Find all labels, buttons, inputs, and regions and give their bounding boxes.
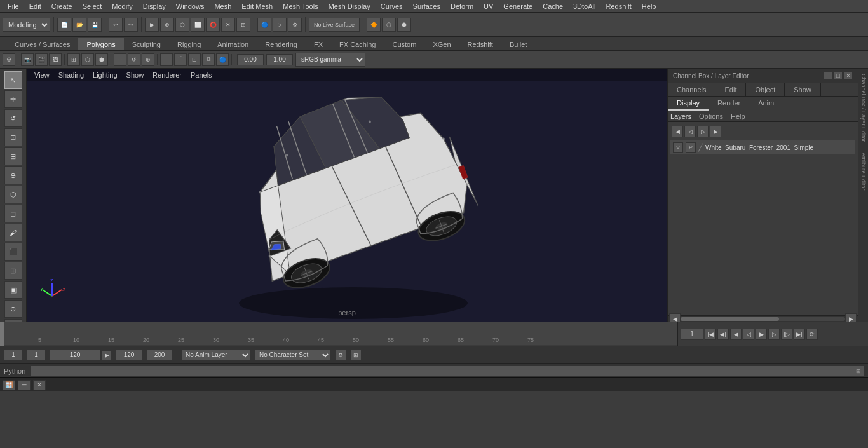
tab-rigging[interactable]: Rigging xyxy=(169,38,209,50)
timeline-ruler[interactable]: 1 5 10 15 20 25 30 35 40 45 50 55 60 65 … xyxy=(0,322,677,346)
snap-tool[interactable]: ⊕ xyxy=(4,300,22,318)
tab-object[interactable]: Object xyxy=(746,83,785,96)
go-to-start-btn[interactable]: |◀ xyxy=(705,329,716,340)
cage-btn[interactable]: ⬡ xyxy=(382,18,396,32)
menu-edit-mesh[interactable]: Edit Mesh xyxy=(236,1,278,11)
menu-deform[interactable]: Deform xyxy=(445,1,478,11)
snap-btn[interactable]: ⊞ xyxy=(236,18,250,32)
tab-animation[interactable]: Animation xyxy=(209,38,257,50)
smooth-btn[interactable]: 🔶 xyxy=(367,18,381,32)
panel-maximize-btn[interactable]: □ xyxy=(834,71,843,80)
paint-select-btn[interactable]: ⬡ xyxy=(175,18,189,32)
range2-input[interactable] xyxy=(116,350,142,361)
display-tool-b[interactable]: ▣ xyxy=(4,281,22,299)
open-scene-btn[interactable]: 📂 xyxy=(72,18,86,32)
soft-mod-tool[interactable]: ⊕ xyxy=(4,166,22,184)
vp-menu-lighting[interactable]: Lighting xyxy=(89,70,121,80)
python-corner-btn[interactable]: ⊞ xyxy=(853,365,864,377)
new-scene-btn[interactable]: 📄 xyxy=(57,18,71,32)
layer-arrow-left-btn[interactable]: ◀ xyxy=(672,126,683,137)
layer-visibility-btn[interactable]: V xyxy=(673,142,683,153)
tab-redshift[interactable]: Redshift xyxy=(459,38,501,50)
status-settings-btn[interactable]: ⚙ xyxy=(335,350,346,361)
scrollbar-thumb[interactable] xyxy=(681,317,779,321)
tab-channels[interactable]: Channels xyxy=(668,83,715,96)
frame2-input[interactable] xyxy=(27,350,46,361)
strip-attribute-editor-label[interactable]: Attribute Editor xyxy=(859,147,868,196)
vp-snap-view-btn[interactable]: ⧉ xyxy=(202,53,215,66)
tab-fx[interactable]: FX xyxy=(306,38,331,50)
char-set-select[interactable]: No Character Set xyxy=(255,350,331,361)
vp-soft-sel-btn[interactable]: 🔵 xyxy=(216,53,229,66)
win-icon-btn[interactable]: 🪟 xyxy=(3,380,15,390)
workspace-dropdown[interactable]: Modeling xyxy=(3,18,50,32)
menu-create[interactable]: Create xyxy=(46,1,78,11)
play-forward-btn[interactable]: ▶ xyxy=(756,329,767,340)
circle-select-btn[interactable]: ⭕ xyxy=(206,18,220,32)
menu-cache[interactable]: Cache xyxy=(538,1,568,11)
lasso-tool-btn[interactable]: ⊕ xyxy=(160,18,174,32)
menu-mesh-display[interactable]: Mesh Display xyxy=(323,1,376,11)
menu-select[interactable]: Select xyxy=(78,1,107,11)
lasso-tool[interactable]: ◻ xyxy=(4,205,22,222)
menu-redshift[interactable]: Redshift xyxy=(600,1,636,11)
vp-scale-input[interactable] xyxy=(266,54,293,65)
vp-grid-btn[interactable]: ⊞ xyxy=(67,53,80,66)
vp-settings-btn[interactable]: ⚙ xyxy=(3,53,15,66)
rp-scrollbar[interactable]: ◀ ▶ xyxy=(668,315,858,322)
menu-help[interactable]: Help xyxy=(637,1,661,11)
scrollbar-track[interactable] xyxy=(681,317,845,321)
range-end-input[interactable] xyxy=(50,350,100,361)
current-frame-input[interactable] xyxy=(681,329,703,340)
color-profile-select[interactable]: sRGB gamma xyxy=(295,53,365,67)
subtab-render[interactable]: Render xyxy=(709,97,749,111)
vp-offset-input[interactable] xyxy=(237,54,264,65)
vp-menu-shading[interactable]: Shading xyxy=(55,70,88,80)
range-arrow-btn[interactable]: ▶ xyxy=(102,350,112,360)
menu-file[interactable]: File xyxy=(3,1,24,11)
tab-rendering[interactable]: Rendering xyxy=(257,38,306,50)
display-btn[interactable]: ⬢ xyxy=(397,18,411,32)
vp-menu-renderer[interactable]: Renderer xyxy=(149,70,186,80)
measure-tool[interactable]: ✕ xyxy=(4,319,22,322)
layer-arrow-left2-btn[interactable]: ◁ xyxy=(684,126,696,137)
render-btn[interactable]: 🔵 xyxy=(257,18,271,32)
tab-polygons[interactable]: Polygons xyxy=(78,38,123,50)
anim-layer-select[interactable]: No Anim Layer xyxy=(181,350,251,361)
tab-show[interactable]: Show xyxy=(785,83,821,96)
vp-snap-point-btn[interactable]: ⊡ xyxy=(188,53,201,66)
vp-shaded-btn[interactable]: ⬢ xyxy=(95,53,108,66)
tab-xgen[interactable]: XGen xyxy=(424,38,459,50)
tab-edit[interactable]: Edit xyxy=(715,83,746,96)
win-minimize-btn[interactable]: ─ xyxy=(18,380,31,390)
panel-minimize-btn[interactable]: ─ xyxy=(824,71,832,80)
python-input[interactable] xyxy=(31,366,853,376)
step-back-btn[interactable]: ◀ xyxy=(730,329,742,340)
sculpt-tool[interactable]: ⬛ xyxy=(4,243,22,261)
select-tool-btn[interactable]: ▶ xyxy=(145,18,159,32)
layer-arrow-right-btn[interactable]: ▷ xyxy=(697,126,709,137)
step-forward-btn[interactable]: ▷ xyxy=(768,329,780,340)
tab-fx-caching[interactable]: FX Caching xyxy=(331,38,384,50)
subtab-display[interactable]: Display xyxy=(668,97,709,111)
vp-scale-btn[interactable]: ⊕ xyxy=(142,53,154,66)
tab-bullet[interactable]: Bullet xyxy=(501,38,536,50)
vp-rotate-btn[interactable]: ↺ xyxy=(128,53,140,66)
go-to-end-btn[interactable]: ▶| xyxy=(794,329,805,340)
tab-sculpting[interactable]: Sculpting xyxy=(124,38,169,50)
redo-btn[interactable]: ↪ xyxy=(124,18,138,32)
vp-camera-btn[interactable]: 📷 xyxy=(21,53,34,66)
rect-select-btn[interactable]: ⬜ xyxy=(191,18,205,32)
rotate-tool[interactable]: ↺ xyxy=(4,109,22,127)
menu-uv[interactable]: UV xyxy=(478,1,498,11)
undo-btn[interactable]: ↩ xyxy=(109,18,123,32)
panel-close-btn[interactable]: × xyxy=(844,71,853,80)
vp-wireframe-btn[interactable]: ⬡ xyxy=(81,53,94,66)
universal-manip-tool[interactable]: ⊞ xyxy=(4,147,22,165)
scale-tool[interactable]: ⊡ xyxy=(4,128,22,146)
play-back-btn[interactable]: ◁ xyxy=(743,329,754,340)
vp-snap-grid-btn[interactable]: · xyxy=(160,53,173,66)
vp-menu-panels[interactable]: Panels xyxy=(187,70,216,80)
win-close-btn[interactable]: × xyxy=(33,380,46,390)
transform-btn[interactable]: ✕ xyxy=(221,18,235,32)
